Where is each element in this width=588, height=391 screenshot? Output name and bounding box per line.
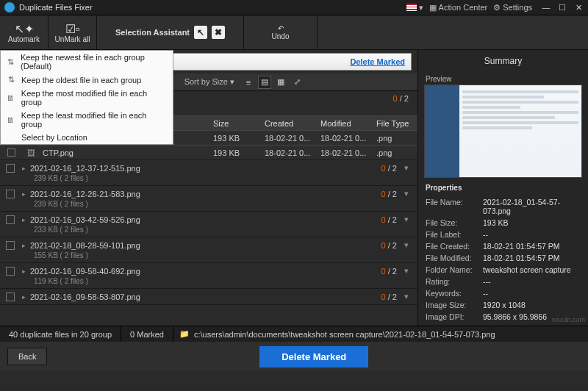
property-key: Rating: <box>426 277 483 286</box>
property-key: File Modified: <box>426 254 483 262</box>
property-value: 193 KB <box>483 218 581 227</box>
group-header[interactable]: ▸ 2021-02-16_12-37-12-515.png 0 / 2 ▾ <box>0 160 417 176</box>
sort-by-dropdown[interactable]: Sort by Size ▾ <box>184 77 239 87</box>
group-checkbox[interactable] <box>6 164 15 173</box>
delete-marked-button[interactable]: Delete Marked <box>259 346 368 367</box>
bottom-bar: Back Delete Marked <box>0 342 588 371</box>
action-center-link[interactable]: ▦ Action Center <box>429 3 488 12</box>
property-row: File Created:18-02-21 01:54:57 PM <box>426 240 581 252</box>
results-pane: ⇅Keep the newest file in each group (Def… <box>0 50 417 326</box>
group-sub: 155 KB ( 2 files ) <box>0 251 417 262</box>
property-key: Keywords: <box>426 289 483 298</box>
dropdown-item-location[interactable]: Select by Location <box>1 131 173 144</box>
group-name: 2021-02-16_12-26-21-583.png <box>30 190 381 198</box>
selection-tools-icon[interactable]: ✖ <box>212 26 225 39</box>
group-header[interactable]: ▸ 2021-02-16_12-26-21-583.png 0 / 2 ▾ <box>0 186 417 201</box>
group-count: 0 / 2 <box>381 190 397 198</box>
dropdown-item-newest[interactable]: ⇅Keep the newest file in each group (Def… <box>1 51 173 73</box>
chevron-right-icon: ▸ <box>22 268 26 275</box>
undo-button[interactable]: ↶ Undo <box>244 15 318 49</box>
table-row[interactable]: 🖼 CTP.png 193 KB 18-02-21 0... 18-02-21 … <box>0 145 417 159</box>
group-name: 2021-02-16_12-37-12-515.png <box>30 164 381 173</box>
titlebar: Duplicate Files Fixer ▾ ▦ Action Center … <box>0 0 588 15</box>
group-count: 0 / 2 <box>381 241 397 250</box>
automark-dropdown[interactable]: ⇅Keep the newest file in each group (Def… <box>0 50 173 145</box>
close-button[interactable]: ✕ <box>573 3 584 12</box>
undo-icon: ↶ <box>278 24 284 32</box>
property-value: 18-02-21 01:54:57 PM <box>483 242 581 251</box>
summary-title: Summary <box>418 50 588 72</box>
chevron-down-icon[interactable]: ▾ <box>401 266 412 276</box>
property-row: File Size:193 KB <box>426 217 581 229</box>
group-checkbox[interactable] <box>6 241 15 250</box>
folder-icon: 📁 <box>179 329 190 339</box>
group: ▸ 2021-02-16_09-58-40-692.png 0 / 2 ▾ 11… <box>0 263 417 289</box>
property-key: File Label: <box>426 230 483 239</box>
doc-icon: 🗎 <box>5 93 17 102</box>
property-value: 18-02-21 01:54:57 PM <box>483 254 581 262</box>
col-created[interactable]: Created <box>265 119 320 128</box>
row-checkbox[interactable] <box>7 148 15 157</box>
settings-link[interactable]: ⚙ Settings <box>493 3 532 12</box>
group-checkbox[interactable] <box>6 293 15 301</box>
group-header[interactable]: ▸ 2021-02-18_08-28-59-101.png 0 / 2 ▾ <box>0 237 417 253</box>
unmark-all-button[interactable]: ☑▫ UnMark all <box>49 15 97 49</box>
col-modified[interactable]: Modified <box>320 119 376 128</box>
status-path: 📁c:\users\admin\documents\tweakshot scre… <box>173 329 588 339</box>
group-header[interactable]: ▸ 2021-02-16_09-58-53-807.png 0 / 2 ▾ <box>0 289 417 304</box>
selection-arrow-icon[interactable]: ↖ <box>194 26 207 39</box>
group-count: 0 / 2 <box>381 215 397 224</box>
summary-panel: Summary Preview Properties File Name:202… <box>417 50 588 326</box>
status-marked: 0 Marked <box>121 326 173 342</box>
group: ▸ 2021-02-18_08-28-59-101.png 0 / 2 ▾ 15… <box>0 237 417 263</box>
cursor-wand-icon: ↖✦ <box>15 22 34 35</box>
group-name: 2021-02-16_09-58-40-692.png <box>30 267 381 276</box>
selection-assistant-label: Selection Assistant <box>115 28 190 37</box>
view-grid-icon[interactable]: ▦ <box>274 76 287 89</box>
minimize-button[interactable]: ― <box>541 3 551 12</box>
view-detail-icon[interactable]: ▤ <box>258 76 271 89</box>
maximize-button[interactable]: ☐ <box>557 3 567 12</box>
view-expand-icon[interactable]: ⤢ <box>290 76 304 89</box>
chevron-down-icon[interactable]: ▾ <box>401 292 412 301</box>
group-sub: 233 KB ( 2 files ) <box>0 226 417 237</box>
group-sub: 239 KB ( 2 files ) <box>0 200 417 211</box>
doc-icon: 🗎 <box>5 115 17 124</box>
group-checkbox[interactable] <box>6 215 15 224</box>
group: ▸ 2021-02-16_12-37-12-515.png 0 / 2 ▾ 23… <box>0 160 417 186</box>
property-row: Image Size:1920 x 1048 <box>426 299 581 311</box>
delete-marked-link[interactable]: Delete Marked <box>350 57 405 66</box>
language-flag[interactable]: ▾ <box>406 3 423 12</box>
group-header[interactable]: ▸ 2021-02-16_03-42-59-526.png 0 / 2 ▾ <box>0 212 417 227</box>
dropdown-item-least-modified[interactable]: 🗎Keep the least modified file in each gr… <box>1 109 173 131</box>
chevron-down-icon[interactable]: ▾ <box>401 240 412 250</box>
sort-icon: ⇅ <box>5 57 16 67</box>
group-header[interactable]: ▸ 2021-02-16_09-58-40-692.png 0 / 2 ▾ <box>0 263 417 279</box>
view-list-icon[interactable]: ≡ <box>242 76 255 89</box>
chevron-right-icon: ▸ <box>22 242 26 249</box>
group: ▸ 2021-02-16_03-42-59-526.png 0 / 2 ▾ 23… <box>0 212 417 237</box>
col-filetype[interactable]: File Type <box>376 119 417 128</box>
chevron-down-icon[interactable]: ▾ <box>401 215 412 224</box>
property-row: Folder Name:tweakshot screen capture <box>426 264 581 276</box>
back-button[interactable]: Back <box>7 348 47 365</box>
property-key: Folder Name: <box>426 265 483 274</box>
col-size[interactable]: Size <box>213 119 265 128</box>
status-bar: 40 duplicate files in 20 group 0 Marked … <box>0 326 588 342</box>
group-sub: 239 KB ( 2 files ) <box>0 174 417 185</box>
dropdown-item-oldest[interactable]: ⇅Keep the oldest file in each group <box>1 73 173 87</box>
property-row: File Modified:18-02-21 01:54:57 PM <box>426 252 581 264</box>
property-value: 2021-02-18_01-54-57-073.png <box>483 198 581 215</box>
property-value: -- <box>483 289 581 298</box>
chevron-down-icon[interactable]: ▾ <box>401 163 412 173</box>
image-icon: 🖼 <box>22 148 40 157</box>
dropdown-item-most-modified[interactable]: 🗎Keep the most modified file in each gro… <box>1 87 173 109</box>
chevron-down-icon[interactable]: ▾ <box>401 189 412 198</box>
automark-button[interactable]: ↖✦ Automark <box>0 15 49 49</box>
group-checkbox[interactable] <box>6 190 15 198</box>
preview-thumbnail[interactable] <box>424 85 582 178</box>
property-row: Keywords:-- <box>426 287 581 299</box>
property-key: Image Size: <box>426 301 483 309</box>
group-checkbox[interactable] <box>6 267 15 276</box>
group-count: 0 / 2 <box>381 293 397 301</box>
